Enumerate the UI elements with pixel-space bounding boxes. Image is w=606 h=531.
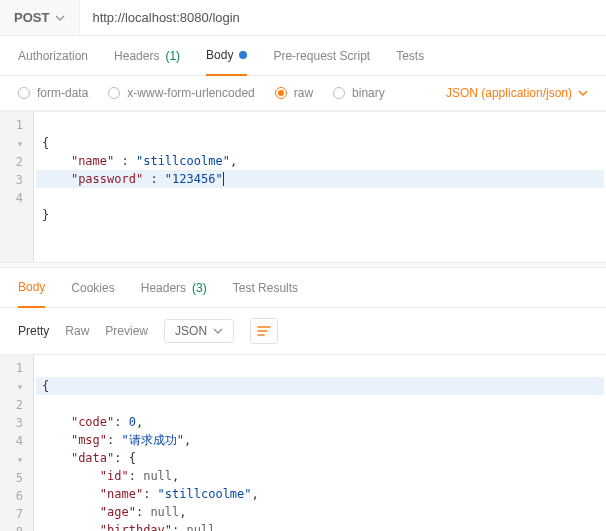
radio-icon (18, 87, 30, 99)
radio-icon (275, 87, 287, 99)
resp-tab-body[interactable]: Body (18, 280, 45, 308)
view-raw[interactable]: Raw (65, 324, 89, 338)
chevron-down-icon (578, 90, 588, 96)
request-body-editor[interactable]: 1 ▾ 2 3 4 { "name" : "stillcoolme", "pas… (0, 111, 606, 262)
unsaved-dot-icon (239, 51, 247, 59)
response-body-editor[interactable]: 1 ▾ 2 3 4 ▾ 5 6 7 8 9 10 { "code": 0, "m… (0, 354, 606, 531)
radio-binary[interactable]: binary (333, 86, 385, 100)
url-text: http://localhost:8080/login (92, 10, 239, 25)
response-toolbar: Pretty Raw Preview JSON (0, 308, 606, 354)
method-label: POST (14, 10, 49, 25)
tab-body[interactable]: Body (206, 48, 247, 76)
view-preview[interactable]: Preview (105, 324, 148, 338)
response-code[interactable]: { "code": 0, "msg": "请求成功", "data": { "i… (34, 355, 606, 531)
radio-icon (333, 87, 345, 99)
radio-formdata[interactable]: form-data (18, 86, 88, 100)
wrap-lines-button[interactable] (250, 318, 278, 344)
format-dropdown[interactable]: JSON (164, 319, 234, 343)
chevron-down-icon (55, 15, 65, 21)
resp-tab-testresults[interactable]: Test Results (233, 280, 298, 307)
tab-authorization[interactable]: Authorization (18, 48, 88, 75)
method-dropdown[interactable]: POST (0, 0, 79, 35)
resp-tab-cookies[interactable]: Cookies (71, 280, 114, 307)
request-code[interactable]: { "name" : "stillcoolme", "password" : "… (34, 112, 606, 262)
view-pretty[interactable]: Pretty (18, 324, 49, 338)
tab-tests[interactable]: Tests (396, 48, 424, 75)
body-type-row: form-data x-www-form-urlencoded raw bina… (0, 76, 606, 111)
content-type-dropdown[interactable]: JSON (application/json) (446, 86, 588, 100)
request-tabs: Authorization Headers (1) Body Pre-reque… (0, 36, 606, 76)
radio-raw[interactable]: raw (275, 86, 313, 100)
request-bar: POST http://localhost:8080/login (0, 0, 606, 36)
response-tabs: Body Cookies Headers (3) Test Results (0, 268, 606, 308)
tab-headers[interactable]: Headers (1) (114, 48, 180, 75)
wrap-icon (257, 325, 271, 337)
url-input[interactable]: http://localhost:8080/login (79, 0, 606, 35)
resp-tab-headers[interactable]: Headers (3) (141, 280, 207, 307)
line-gutter: 1 ▾ 2 3 4 ▾ 5 6 7 8 9 10 (0, 355, 34, 531)
chevron-down-icon (213, 328, 223, 334)
radio-icon (108, 87, 120, 99)
resp-headers-count: (3) (192, 281, 207, 295)
headers-count: (1) (165, 49, 180, 63)
radio-xwww[interactable]: x-www-form-urlencoded (108, 86, 254, 100)
line-gutter: 1 ▾ 2 3 4 (0, 112, 34, 262)
tab-prerequest[interactable]: Pre-request Script (273, 48, 370, 75)
